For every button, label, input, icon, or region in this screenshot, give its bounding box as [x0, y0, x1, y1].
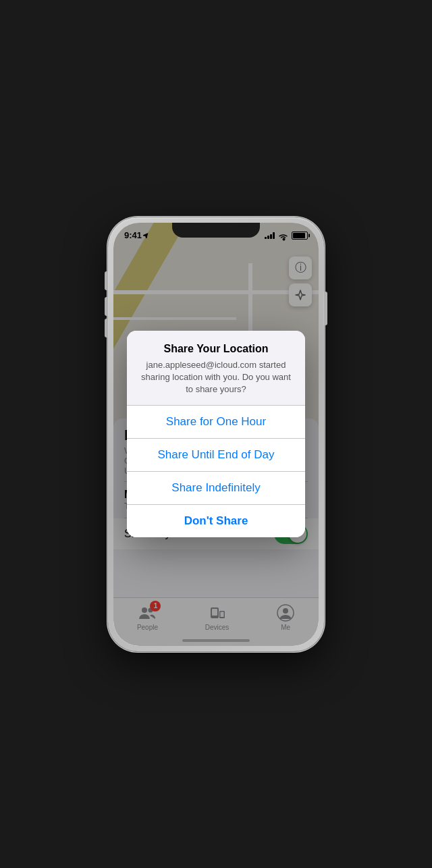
- share-indefinitely-button[interactable]: Share Indefinitely: [127, 472, 305, 505]
- dialog-title: Share Your Location: [140, 343, 292, 355]
- location-arrow-icon: [143, 232, 149, 238]
- dialog-message: jane.appleseed@icloud.com started sharin…: [140, 359, 292, 396]
- dont-share-button[interactable]: Don't Share: [127, 505, 305, 537]
- notch: [172, 223, 260, 238]
- phone-frame: 9:41: [108, 217, 324, 651]
- phone-screen: 9:41: [113, 223, 319, 646]
- time-display: 9:41: [124, 230, 142, 240]
- home-indicator: [182, 639, 250, 642]
- dialog-header: Share Your Location jane.appleseed@iclou…: [127, 331, 305, 406]
- dialog-overlay: Share Your Location jane.appleseed@iclou…: [113, 223, 319, 646]
- wifi-icon: [278, 232, 288, 239]
- share-location-dialog: Share Your Location jane.appleseed@iclou…: [127, 331, 305, 538]
- dialog-buttons: Share for One Hour Share Until End of Da…: [127, 405, 305, 537]
- svg-marker-0: [143, 232, 149, 238]
- status-icons: [265, 232, 308, 240]
- battery-icon: [292, 232, 308, 240]
- share-end-of-day-button[interactable]: Share Until End of Day: [127, 439, 305, 472]
- status-time: 9:41: [124, 230, 149, 240]
- share-one-hour-button[interactable]: Share for One Hour: [127, 406, 305, 439]
- signal-icon: [265, 232, 275, 239]
